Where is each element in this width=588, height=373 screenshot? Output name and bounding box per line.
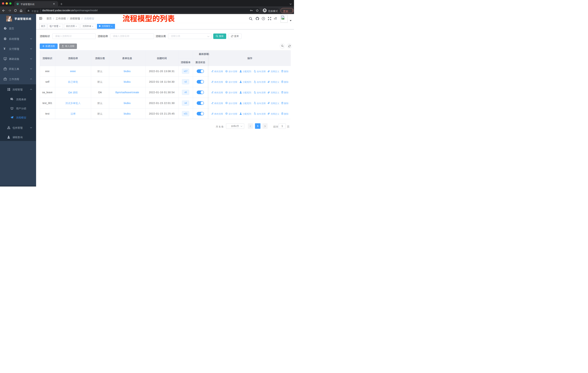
svg-text:?: ?: [263, 18, 264, 20]
